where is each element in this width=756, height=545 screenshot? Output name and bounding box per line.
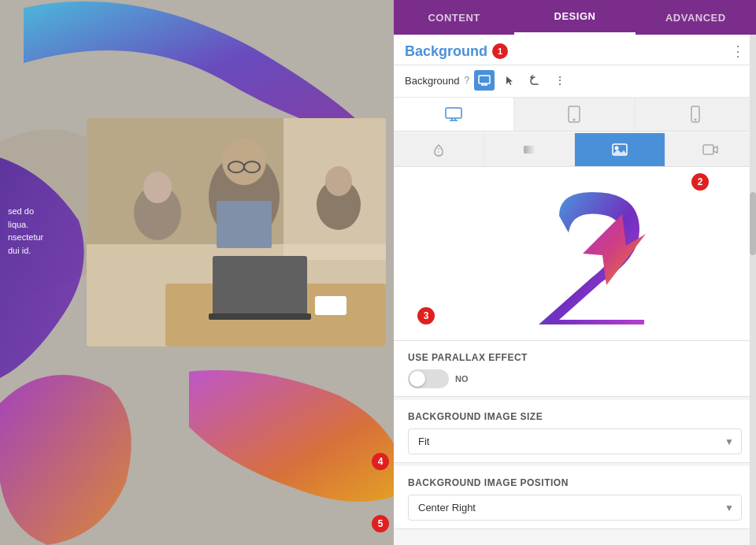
- svg-rect-30: [524, 146, 535, 154]
- circle-4: 4: [372, 453, 389, 470]
- tab-bar: Content Design Advanced: [394, 0, 756, 35]
- panel-title: Background: [405, 43, 487, 60]
- type-tab-image[interactable]: [575, 133, 665, 166]
- circle-5: 5: [372, 515, 389, 532]
- canvas-text-line3: nsectetur: [8, 231, 43, 244]
- svg-rect-18: [479, 76, 490, 83]
- parallax-section: Use Parallax Effect NO: [394, 341, 756, 397]
- svg-rect-17: [217, 201, 272, 248]
- svg-rect-10: [213, 256, 307, 315]
- image-size-section: Background Image Size Cover Fit Actual S…: [394, 400, 756, 463]
- bg-more-icon[interactable]: ⋮: [550, 70, 570, 91]
- circle-3: 3: [417, 307, 435, 324]
- image-position-select[interactable]: Top Left Top Center Top Right Center Lef…: [408, 495, 742, 521]
- parallax-toggle[interactable]: [408, 369, 449, 388]
- scrollbar-track: [750, 35, 756, 545]
- panel-kebab-menu[interactable]: ⋮: [731, 43, 745, 60]
- circle-2: 2: [691, 173, 709, 191]
- image-position-select-wrapper: Top Left Top Center Top Right Center Lef…: [408, 495, 742, 521]
- brand-logo-preview: [488, 183, 662, 324]
- svg-point-8: [325, 166, 352, 196]
- panel-title-row: Background 1: [405, 43, 508, 60]
- svg-rect-33: [703, 145, 713, 154]
- svg-point-6: [143, 172, 172, 203]
- type-tabs: [394, 133, 756, 167]
- canvas-area: sed do liqua. nsectetur dui id. 4 5: [0, 0, 394, 545]
- parallax-toggle-row: NO: [408, 369, 742, 388]
- device-tabs: [394, 98, 756, 132]
- image-position-section: Background Image Position Top Left Top C…: [394, 466, 756, 529]
- type-tab-gradient[interactable]: [484, 133, 575, 166]
- tab-content[interactable]: Content: [394, 0, 514, 35]
- image-size-select-wrapper: Cover Fit Actual Size Custom Size ▼: [408, 428, 742, 454]
- parallax-toggle-label: NO: [455, 374, 469, 384]
- bg-help-icon[interactable]: ?: [464, 75, 469, 86]
- panel-badge-1: 1: [492, 43, 508, 59]
- svg-rect-13: [315, 296, 346, 315]
- tab-advanced[interactable]: Advanced: [636, 0, 756, 35]
- svg-point-32: [615, 146, 619, 150]
- bg-desktop-icon[interactable]: [474, 70, 495, 91]
- tab-design[interactable]: Design: [514, 0, 635, 35]
- image-size-select[interactable]: Cover Fit Actual Size Custom Size: [408, 428, 742, 454]
- image-preview-area: 2 3: [394, 167, 756, 341]
- decorative-bottom-right: [181, 364, 394, 521]
- toggle-knob: [410, 371, 425, 387]
- svg-rect-11: [209, 313, 311, 320]
- photo-overlay: [87, 118, 386, 347]
- bg-undo-icon[interactable]: [524, 70, 545, 91]
- device-tab-desktop[interactable]: [394, 98, 514, 131]
- background-row: Background ? ⋮: [394, 65, 756, 98]
- device-tab-tablet[interactable]: [514, 98, 635, 131]
- svg-rect-22: [446, 108, 461, 118]
- canvas-text-line1: sed do: [8, 205, 43, 218]
- svg-point-4: [222, 138, 266, 185]
- type-tab-color[interactable]: [394, 133, 484, 166]
- decorative-bottom-left: [0, 340, 158, 545]
- canvas-photo: [87, 118, 386, 347]
- settings-area: Use Parallax Effect NO Background Image …: [394, 341, 756, 545]
- canvas-text-line2: liqua.: [8, 218, 43, 232]
- right-panel: Content Design Advanced Background 1 ⋮ B…: [394, 0, 756, 545]
- image-position-label: Background Image Position: [408, 477, 742, 488]
- bg-label: Background: [405, 75, 459, 87]
- scrollbar-thumb[interactable]: [750, 192, 756, 255]
- panel-header: Background 1 ⋮: [394, 35, 756, 65]
- svg-point-29: [694, 119, 696, 121]
- type-tab-video[interactable]: [665, 133, 756, 166]
- image-size-label: Background Image Size: [408, 411, 742, 422]
- parallax-label: Use Parallax Effect: [408, 352, 742, 363]
- bg-cursor-icon[interactable]: [499, 70, 520, 91]
- canvas-text: sed do liqua. nsectetur dui id.: [8, 205, 43, 257]
- device-tab-mobile[interactable]: [636, 98, 756, 131]
- svg-point-27: [573, 119, 576, 121]
- canvas-text-line4: dui id.: [8, 244, 43, 258]
